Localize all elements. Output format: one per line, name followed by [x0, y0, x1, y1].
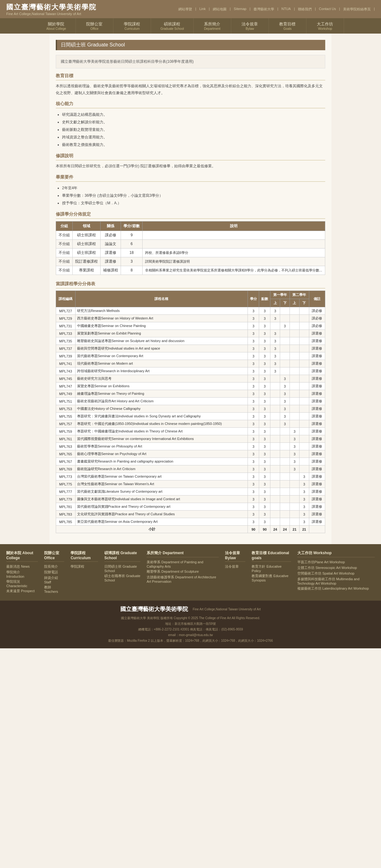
table-row: MPL747展覽史專題Seminar on Exhibitions333課選修	[56, 382, 325, 390]
footer-link[interactable]: 日間碩士班 Graduate School	[104, 564, 140, 573]
table-row: MPL753中國書法史History of Chinese Calligraph…	[56, 405, 325, 413]
footer-link[interactable]: 多媒體與科技藝術工作坊 Multimedia and Technology Ar…	[297, 577, 375, 585]
nav-item-department[interactable]: 系所簡介Department	[194, 18, 231, 34]
footer-link[interactable]: 師資介紹 Staff	[44, 576, 65, 584]
table-row: MPL743跨領域藝術研究Research in Interdisciplina…	[56, 368, 325, 375]
nav-item-goals[interactable]: 教育目標Goals	[269, 18, 306, 34]
grad-req-item: 授予學位：文學碩士學位（M．A.）	[62, 199, 325, 207]
table-row: MPL781當代藝術理論與實踐Practice and Theory of Co…	[56, 503, 325, 510]
course-table-subheader: 下	[280, 299, 290, 307]
site-header: 國立臺灣藝術大學美術學院 Fine Art College,National T…	[0, 0, 381, 18]
table-row: MPL779圖像與文本藝術專題研究Individual studies in I…	[56, 496, 325, 503]
footer-logo: 國立臺灣藝術大學美術學院 Fine Art College,National T…	[6, 605, 375, 613]
core-skill-item: 藝術教育之價值推廣能力。	[62, 141, 325, 149]
table-row: MPL759專題研究：中國繪畫理論史Individual studies in …	[56, 428, 325, 435]
footer-bottom: 國立臺灣藝術大學美術學院 Fine Art College,National T…	[0, 601, 381, 648]
table-row: MPL751藝術史視藝術評論寫作Art History and Art Crit…	[56, 398, 325, 405]
footer-main: 關於本院 About College最新消息 News學院簡介 Introduc…	[0, 544, 381, 601]
core-skills-heading: 核心能力	[56, 101, 325, 108]
course-table-header: 課程編碼	[56, 291, 75, 307]
footer-contact: 國立臺灣藝術大學 美術學院 版權所有 Copyright © 2025 The …	[6, 615, 375, 644]
nav-item-curriculum[interactable]: 學院課程Curriculum	[113, 18, 151, 34]
footer-link[interactable]: 教師 Teachers	[44, 585, 65, 593]
table-row: MPL763藝術哲學專題Seminar on Philosophy of Art…	[56, 443, 325, 450]
table-row: MPL733展覽策劃專題Seminar on Exhibit Planning3…	[56, 330, 325, 337]
footer-col-title: 教育目標 Educational goals	[252, 551, 291, 562]
table-row: 不分組碩士班課程課必修9	[56, 231, 325, 240]
footer-link[interactable]: 院辦電話	[44, 570, 65, 575]
dist-table-header: 分組	[56, 221, 73, 231]
grad-req-list: 2年至4年畢業學分數：36學分 (含碩士論文6學分，小論文需寫3學分）授予學位：…	[56, 184, 325, 207]
grad-req-item: 2年至4年	[62, 184, 325, 192]
header-link[interactable]: 聯絡我們	[298, 7, 312, 11]
header-link[interactable]: 美術學院粉絲專頁	[343, 7, 371, 11]
header-link[interactable]: 臺灣藝術大學	[253, 7, 274, 11]
header-link[interactable]: 網站導覽	[178, 7, 192, 11]
footer-link[interactable]: 古蹟藝術修護學系 Department of Architecture Art …	[147, 575, 219, 583]
page-subtitle: 國立臺灣藝術大學美術學院造形藝術日間碩士班課程科目學分表(108學年度適用)	[56, 55, 325, 68]
footer-link[interactable]: 學院課程	[70, 564, 98, 569]
footer-link[interactable]: 法令規章	[225, 564, 245, 569]
course-note-heading: 修課說明	[56, 153, 325, 160]
course-table-header: 學分	[248, 291, 259, 307]
footer-link[interactable]: 教育方針 Educative Policy	[252, 564, 291, 573]
footer-col-title: 學院課程 Curriculum	[70, 551, 98, 562]
footer-link[interactable]: 複媒藝術工作坊 Laterdisciplinary Art Workshop	[297, 586, 375, 591]
grad-req-heading: 畢業要件	[56, 175, 325, 182]
table-row: MPL773台灣當代藝術專題Seminar on Taiwan Contempo…	[56, 473, 325, 480]
header-link[interactable]: Sitemap	[234, 7, 246, 11]
footer-link[interactable]: 院長簡介	[44, 564, 65, 569]
table-row: MPL727研究方法Research Methods333課必修	[56, 307, 325, 315]
footer-link[interactable]: 美術學系 Department of Painting and Calligra…	[147, 560, 219, 568]
table-row: MPL735雕塑藝術史與論述專題Seminar on Sculpture art…	[56, 337, 325, 345]
table-row: 不分組院訂選修課程課選修3詳閱美術學院院訂選修課說明	[56, 257, 325, 266]
table-row: 不分組碩士班課程課選修18跨校、所選修最多承認6學分	[56, 248, 325, 257]
footer-link[interactable]: 教育綱要對應 Educative Synopsis	[252, 574, 291, 582]
course-table-header: 課程名稱	[75, 291, 248, 307]
header-link[interactable]: NTUA	[281, 7, 291, 11]
course-table-header: 第一學年	[270, 291, 290, 299]
edu-goal-heading: 教育目標	[56, 73, 325, 80]
table-row: MPL783文化研究批評與實踐專題Practice and Theory of …	[56, 510, 325, 518]
header-link[interactable]: Contact Us	[319, 7, 336, 11]
footer-link[interactable]: 雕塑學系 Department of Sculpture	[147, 569, 219, 574]
footer-link[interactable]: 學院現況 Characteristic	[6, 579, 38, 588]
nav-item-office[interactable]: 院辦公室Office	[76, 18, 113, 34]
course-dist-table: 分組領域關係學分/節數說明不分組碩士班課程課必修9不分組碩士班課程論論文6不分組…	[56, 221, 325, 275]
footer-link[interactable]: 碩士在職專班 Graduate School	[104, 574, 140, 582]
table-row: MPL737藝術與空間專題研究Individual studies in Art…	[56, 345, 325, 352]
footer-column: 關於本院 About College最新消息 News學院簡介 Introduc…	[6, 551, 38, 594]
table-row: MPL775台灣女性藝術專題Seminar on Taiwan Women's …	[56, 480, 325, 488]
header-link[interactable]: Link	[199, 7, 206, 11]
course-table-subheader: 下	[299, 299, 309, 307]
header-link[interactable]: 網站地圖	[213, 7, 227, 11]
table-subtotal-row: 小計909024242121	[56, 526, 325, 533]
email: email：mon-gmail@ntua.edu.tw	[6, 632, 375, 638]
nav-item-bylaw[interactable]: 法令規章Bylaw	[231, 18, 269, 34]
table-row: MPL777當代藝術文獻當識Literature Survey of Conte…	[56, 488, 325, 496]
footer-logo-zh: 國立臺灣藝術大學美術學院	[120, 605, 188, 613]
footer-link[interactable]: 立體工作坊 Stereoscopic Art Workshop	[297, 565, 375, 570]
table-row: MPL757專題研究：中國近代繪畫(1850-1950)Individual s…	[56, 420, 325, 428]
logo-zh: 國立臺灣藝術大學美術學院	[6, 2, 97, 12]
footer-link[interactable]: 最新消息 News	[6, 564, 38, 569]
footer-column: 法令規章 Bylaw法令規章	[225, 551, 245, 594]
table-row: MPL765藝術心理學專題Seminar on Psychology of Ar…	[56, 450, 325, 458]
footer-link[interactable]: 空間藝術工作坊 Spatial Art Workshop	[297, 571, 375, 576]
footer-col-title: 關於本院 About College	[6, 551, 38, 562]
nav-item-graduateschool[interactable]: 碩班課程Graduate School	[151, 18, 194, 34]
tel: 總機電話：+886-2-2272-2101 #2001 傳真電話：傳真電話：(0…	[6, 627, 375, 632]
footer-link[interactable]: 未來遠景 Prospect	[6, 589, 38, 593]
course-table: 課程編碼課程名稱學分點數第一學年第二學年備註上下上下MPL727研究方法Rese…	[56, 291, 325, 533]
nav-item-aboutcollege[interactable]: 關於學院About College	[37, 18, 76, 34]
edu-goal-text: 本所以透視藝術理論、藝術史學及藝術哲學等藝術相關人文場域領域之研究專才為目標，強…	[56, 83, 325, 96]
core-skills-list: 研究議題之結構思義能力。史料文獻之解讀分析能力。藝術脈動之觀覽理童能力。跨域資源…	[56, 111, 325, 149]
footer-link[interactable]: 平面工作坊Plane Art Workshop	[297, 560, 375, 564]
footer-link[interactable]: 學院簡介 Introduction	[6, 570, 38, 578]
nav-item-workshop[interactable]: 大工作坊Workshop	[306, 18, 344, 34]
table-row: 不分組碩士班課程論論文6	[56, 240, 325, 248]
table-row: MPL739當代藝術專題Seminar on Contemporary Art3…	[56, 352, 325, 360]
core-skill-item: 史料文獻之解讀分析能力。	[62, 118, 325, 126]
core-skill-item: 跨域資源之整合運用能力。	[62, 133, 325, 141]
grad-req-item: 畢業學分數：36學分 (含碩士論文6學分，小論文需寫3學分）	[62, 192, 325, 199]
